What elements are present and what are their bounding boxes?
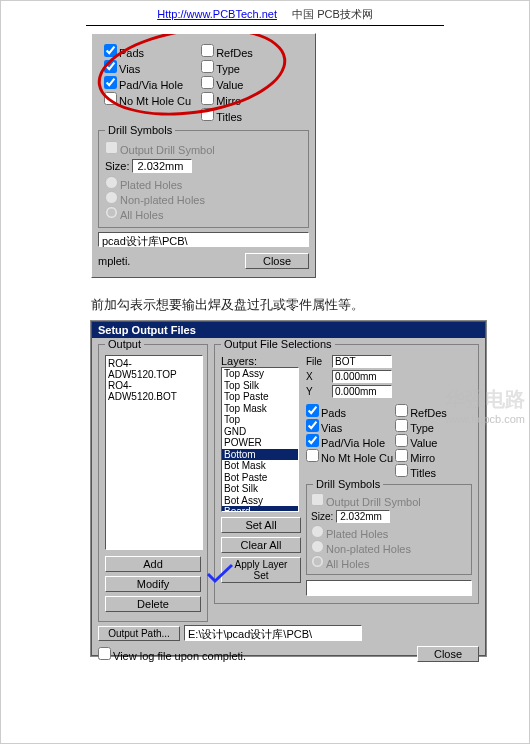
layer-item[interactable]: GND bbox=[222, 426, 298, 438]
radio-plated[interactable]: Plated Holes bbox=[105, 179, 182, 191]
delete-button[interactable]: Delete bbox=[105, 596, 201, 612]
check-output-drill[interactable]: Output Drill Symbol bbox=[105, 144, 215, 156]
dialog-titlebar[interactable]: Setup Output Files bbox=[92, 322, 485, 338]
layer-item[interactable]: Bottom bbox=[222, 449, 298, 461]
d2-vias[interactable]: Vias bbox=[306, 419, 393, 434]
d2-pads[interactable]: Pads bbox=[306, 404, 393, 419]
file-sel-legend: Output File Selections bbox=[221, 338, 335, 350]
y-label: Y bbox=[306, 386, 328, 397]
top-path-field[interactable]: pcad设计库\PCB\ bbox=[98, 232, 309, 247]
page-header: Http://www.PCBTech.net 中国 PCB技术网 bbox=[86, 1, 444, 26]
setup-output-dialog: Setup Output Files Output RO4-ADW5120.TO… bbox=[91, 321, 486, 656]
output-legend: Output bbox=[105, 338, 144, 350]
layers-label: Layers: bbox=[221, 355, 301, 367]
d2-drill-symbols: Drill Symbols Output Drill Symbol Size: … bbox=[306, 484, 472, 575]
d2-type[interactable]: Type bbox=[395, 419, 447, 434]
output-group: Output RO4-ADW5120.TOPRO4-ADW5120.BOT Ad… bbox=[98, 344, 208, 622]
layers-list[interactable]: Top AssyTop SilkTop PasteTop MaskTopGNDP… bbox=[221, 367, 299, 512]
layer-item[interactable]: Top Mask bbox=[222, 403, 298, 415]
d2-mirro[interactable]: Mirro bbox=[395, 449, 447, 464]
layer-item[interactable]: Top Silk bbox=[222, 380, 298, 392]
top-screenshot-panel: Pads Vias Pad/Via Hole No Mt Hole Cu Ref… bbox=[91, 33, 316, 278]
x-label: X bbox=[306, 371, 328, 382]
modify-button[interactable]: Modify bbox=[105, 576, 201, 592]
layer-item[interactable]: Top Assy bbox=[222, 368, 298, 380]
x-field[interactable]: 0.000mm bbox=[332, 370, 392, 383]
layer-item[interactable]: Board bbox=[222, 506, 298, 512]
output-file-item[interactable]: RO4-ADW5120.BOT bbox=[108, 380, 200, 402]
d2-nonplated[interactable]: Non-plated Holes bbox=[311, 543, 411, 555]
radio-nonplated[interactable]: Non-plated Holes bbox=[105, 194, 205, 206]
d2-plated[interactable]: Plated Holes bbox=[311, 528, 388, 540]
group-legend: Drill Symbols bbox=[105, 124, 175, 136]
output-files-list[interactable]: RO4-ADW5120.TOPRO4-ADW5120.BOT bbox=[105, 355, 203, 550]
file-selections-group: Output File Selections Layers: Top AssyT… bbox=[214, 344, 479, 604]
layer-item[interactable]: Bot Mask bbox=[222, 460, 298, 472]
add-button[interactable]: Add bbox=[105, 556, 201, 572]
apply-layer-set-button[interactable]: Apply Layer Set bbox=[221, 557, 301, 583]
check-titles[interactable]: Titles bbox=[201, 108, 253, 123]
drill-symbols-group: Drill Symbols Output Drill Symbol Size: … bbox=[98, 130, 309, 228]
check-mirro[interactable]: Mirro bbox=[201, 92, 253, 107]
d2-value[interactable]: Value bbox=[395, 434, 447, 449]
file-label: File bbox=[306, 356, 328, 367]
d2-nomt[interactable]: No Mt Hole Cu bbox=[306, 449, 393, 464]
check-vias[interactable]: Vias bbox=[104, 60, 191, 75]
close-button-top[interactable]: Close bbox=[245, 253, 309, 269]
header-site: 中国 PCB技术网 bbox=[292, 8, 373, 20]
output-file-item[interactable]: RO4-ADW5120.TOP bbox=[108, 358, 200, 380]
header-url[interactable]: Http://www.PCBTech.net bbox=[157, 8, 277, 20]
radio-all[interactable]: All Holes bbox=[105, 209, 163, 221]
d2-refdes[interactable]: RefDes bbox=[395, 404, 447, 419]
d2-all[interactable]: All Holes bbox=[311, 558, 369, 570]
mpleti-text: mpleti. bbox=[98, 255, 130, 267]
output-path-button[interactable]: Output Path... bbox=[98, 626, 180, 641]
layer-item[interactable]: Bot Assy bbox=[222, 495, 298, 507]
size-label: Size: bbox=[105, 160, 129, 172]
layer-set-combo[interactable] bbox=[306, 580, 472, 596]
check-nomt[interactable]: No Mt Hole Cu bbox=[104, 92, 191, 107]
d2-size-val: 2.032mm bbox=[336, 510, 390, 523]
layer-item[interactable]: Bot Paste bbox=[222, 472, 298, 484]
y-field[interactable]: 0.000mm bbox=[332, 385, 392, 398]
close-button[interactable]: Close bbox=[417, 646, 479, 662]
check-pads[interactable]: Pads bbox=[104, 44, 191, 59]
layer-item[interactable]: POWER bbox=[222, 437, 298, 449]
caption-text: 前加勾表示想要输出焊及盘过孔或零件属性等。 bbox=[91, 296, 364, 314]
layer-item[interactable]: Top bbox=[222, 414, 298, 426]
d2-size-lbl: Size: bbox=[311, 511, 333, 522]
d2-padvia[interactable]: Pad/Via Hole bbox=[306, 434, 393, 449]
check-type[interactable]: Type bbox=[201, 60, 253, 75]
check-value[interactable]: Value bbox=[201, 76, 253, 91]
size-value: 2.032mm bbox=[132, 159, 192, 173]
file-field[interactable]: BOT bbox=[332, 355, 392, 368]
view-log-check[interactable]: View log file upon completi. bbox=[98, 647, 246, 662]
d2-output-drill[interactable]: Output Drill Symbol bbox=[311, 496, 421, 508]
d2-titles[interactable]: Titles bbox=[395, 464, 447, 479]
check-padvia[interactable]: Pad/Via Hole bbox=[104, 76, 191, 91]
clear-all-button[interactable]: Clear All bbox=[221, 537, 301, 553]
set-all-button[interactable]: Set All bbox=[221, 517, 301, 533]
layer-item[interactable]: Bot Silk bbox=[222, 483, 298, 495]
check-refdes[interactable]: RefDes bbox=[201, 44, 253, 59]
layer-item[interactable]: Top Paste bbox=[222, 391, 298, 403]
d2-drill-legend: Drill Symbols bbox=[313, 478, 383, 490]
output-path-field[interactable]: E:\设计\pcad设计库\PCB\ bbox=[184, 625, 362, 641]
